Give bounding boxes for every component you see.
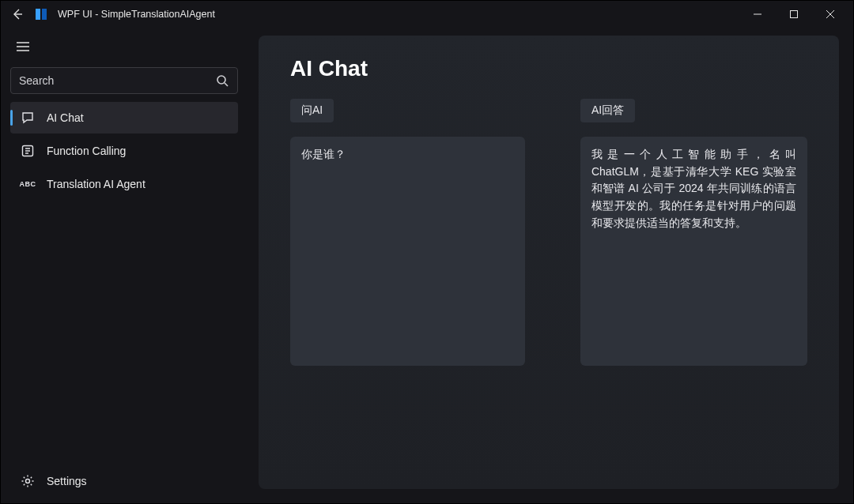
minimize-icon <box>753 9 762 19</box>
question-column: 问AI 你是谁？ <box>290 99 525 366</box>
question-textbox[interactable]: 你是谁？ <box>290 137 525 366</box>
close-icon <box>826 9 835 19</box>
maximize-icon <box>789 9 799 19</box>
nav-item-label: Settings <box>47 475 87 487</box>
window-body: Search AI Chat Function Calling <box>1 28 853 503</box>
abc-icon: ABC <box>20 176 36 192</box>
question-chip: 问AI <box>290 99 334 122</box>
back-button[interactable] <box>9 6 26 23</box>
nav-item-function-calling[interactable]: Function Calling <box>10 135 238 167</box>
search-placeholder: Search <box>19 74 215 87</box>
chat-row: 问AI 你是谁？ AI回答 我是一个人工智能助手，名叫 ChatGLM，是基于清… <box>290 99 807 366</box>
nav-item-settings[interactable]: Settings <box>10 464 238 498</box>
gear-icon <box>20 473 36 489</box>
nav-item-label: Function Calling <box>47 145 126 157</box>
arrow-left-icon <box>11 8 24 21</box>
sidebar: Search AI Chat Function Calling <box>1 28 248 503</box>
main: AI Chat 问AI 你是谁？ AI回答 我是一个人工智能助手，名叫 Chat… <box>248 28 853 503</box>
menu-icon <box>16 41 30 52</box>
app-window: WPF UI - SimpleTranslationAIAgent Search <box>0 0 854 504</box>
nav-item-label: Translation AI Agent <box>47 178 145 190</box>
nav-item-translation-ai-agent[interactable]: ABC Translation AI Agent <box>10 168 238 200</box>
answer-text: 我是一个人工智能助手，名叫 ChatGLM，是基于清华大学 KEG 实验室和智谱… <box>591 148 796 229</box>
nav-item-label: AI Chat <box>47 111 84 124</box>
search-icon <box>215 73 229 88</box>
svg-point-11 <box>26 480 30 483</box>
close-button[interactable] <box>812 1 848 28</box>
svg-line-9 <box>225 83 228 86</box>
hamburger-button[interactable] <box>9 34 37 59</box>
minimize-button[interactable] <box>739 1 776 28</box>
svg-rect-2 <box>791 11 798 18</box>
content-frame: AI Chat 问AI 你是谁？ AI回答 我是一个人工智能助手，名叫 Chat… <box>259 36 839 489</box>
window-title: WPF UI - SimpleTranslationAIAgent <box>58 9 215 20</box>
svg-point-8 <box>217 76 225 84</box>
answer-chip: AI回答 <box>580 99 635 122</box>
answer-textbox[interactable]: 我是一个人工智能助手，名叫 ChatGLM，是基于清华大学 KEG 实验室和智谱… <box>580 137 807 366</box>
titlebar: WPF UI - SimpleTranslationAIAgent <box>1 1 853 28</box>
page-title: AI Chat <box>290 56 807 81</box>
nav: AI Chat Function Calling ABC Translation… <box>6 102 243 200</box>
question-text: 你是谁？ <box>301 148 346 160</box>
function-icon <box>20 143 36 159</box>
nav-footer: Settings <box>6 464 243 498</box>
maximize-button[interactable] <box>776 1 812 28</box>
chat-icon <box>20 110 36 126</box>
search-input[interactable]: Search <box>10 67 238 94</box>
answer-column: AI回答 我是一个人工智能助手，名叫 ChatGLM，是基于清华大学 KEG 实… <box>580 99 807 366</box>
nav-item-ai-chat[interactable]: AI Chat <box>10 102 238 134</box>
app-icon <box>36 9 50 20</box>
